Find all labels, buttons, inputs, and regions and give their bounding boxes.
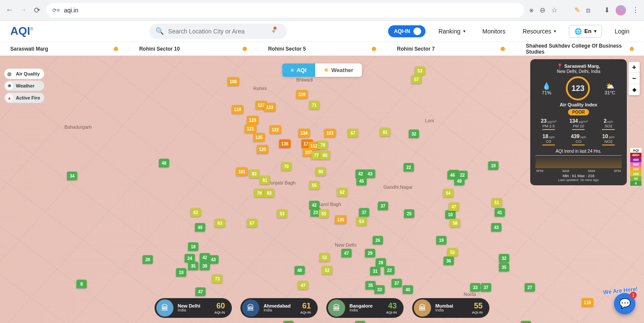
aqi-marker[interactable]: 119 <box>232 105 243 114</box>
aqi-marker[interactable]: 123 <box>247 116 258 124</box>
aqi-marker[interactable]: 101 <box>236 167 248 176</box>
zoom-in-button[interactable]: + <box>629 62 640 73</box>
aqi-marker[interactable]: 31 <box>370 267 380 275</box>
aqi-marker[interactable]: 35 <box>499 263 509 272</box>
aqi-marker[interactable]: 123 <box>264 103 276 112</box>
aqi-unit-toggle[interactable]: AQI-IN <box>388 25 425 37</box>
layer-active-fire[interactable]: ▲Active Fire <box>4 93 44 103</box>
aqi-marker[interactable]: 103 <box>324 129 336 137</box>
location-chip[interactable]: Shaheed Sukhdev College Of Business Stud… <box>516 43 644 55</box>
aqi-marker[interactable]: 27 <box>525 283 535 292</box>
profile-avatar[interactable] <box>616 5 626 15</box>
aqi-marker[interactable]: 29 <box>521 321 531 323</box>
aqi-marker[interactable]: 73 <box>212 275 222 283</box>
search-input[interactable] <box>168 28 273 35</box>
location-icon[interactable]: ⎈ <box>529 6 534 14</box>
download-icon[interactable]: ⬇ <box>604 6 610 14</box>
aqi-marker[interactable]: 8 <box>76 280 87 288</box>
layer-air-quality[interactable]: ◎Air Quality <box>4 69 44 79</box>
city-card[interactable]: 🏛New DelhiIndia60AQI-IN <box>155 298 232 318</box>
aqi-marker[interactable]: 49 <box>195 223 205 232</box>
aqi-marker[interactable]: 34 <box>67 172 77 180</box>
aqi-marker[interactable]: 83 <box>249 169 259 178</box>
aqi-marker[interactable]: 121 <box>245 124 256 133</box>
aqi-marker[interactable]: 36 <box>444 257 454 265</box>
chat-button[interactable]: 💬1 <box>614 293 635 314</box>
aqi-marker[interactable]: 37 <box>392 279 402 287</box>
map[interactable]: BahadurgarhNew DelhiNoidaRohiniLoniKarol… <box>0 56 644 323</box>
aqi-marker[interactable]: 37 <box>359 208 369 217</box>
aqi-marker[interactable]: 134 <box>298 129 310 137</box>
aqi-marker[interactable]: 51 <box>492 198 502 207</box>
aqi-marker[interactable]: 71 <box>309 101 319 109</box>
aqi-marker[interactable]: 79 <box>254 189 264 197</box>
location-chip[interactable]: Saraswati Marg <box>0 46 129 52</box>
aqi-marker[interactable]: 40 <box>403 285 413 294</box>
aqi-marker[interactable]: 138 <box>279 139 291 148</box>
mode-weather[interactable]: ☀Weather <box>315 63 362 77</box>
location-chip[interactable]: Rohini Sector 7 <box>387 46 516 52</box>
site-logo[interactable]: AQI® <box>10 24 33 38</box>
aqi-marker[interactable]: 41 <box>495 208 505 217</box>
aqi-marker[interactable]: 39 <box>200 262 210 270</box>
aqi-marker[interactable]: 135 <box>253 133 265 142</box>
aqi-marker[interactable]: 54 <box>443 189 453 197</box>
aqi-marker[interactable]: 67 <box>247 219 257 227</box>
reload-button[interactable]: ⟳ <box>33 6 41 15</box>
zoom-out-button[interactable]: − <box>629 73 640 84</box>
aqi-marker[interactable]: 80 <box>320 151 330 160</box>
aqi-marker[interactable]: 47 <box>298 281 308 290</box>
layer-weather[interactable]: ☀Weather <box>4 81 44 91</box>
city-card[interactable]: 🏛MumbaiIndia55AQI-IN <box>412 298 489 318</box>
aqi-marker[interactable]: 52 <box>447 248 458 257</box>
aqi-marker[interactable]: 83 <box>264 189 274 197</box>
address-bar[interactable]: ⟳≡ aqi.in <box>46 3 524 18</box>
bookmark-icon[interactable]: ☆ <box>551 6 557 14</box>
aqi-marker[interactable]: 108 <box>228 77 239 86</box>
aqi-marker[interactable]: 26 <box>373 236 383 245</box>
zoom-icon[interactable]: ⊖ <box>540 6 545 14</box>
nav-monitors[interactable]: Monitors <box>478 28 510 35</box>
aqi-marker[interactable]: 109 <box>296 90 308 99</box>
aqi-marker[interactable]: 52 <box>322 266 332 275</box>
location-chip[interactable]: Rohini Sector 5 <box>258 46 386 52</box>
aqi-marker[interactable]: 33 <box>374 285 385 294</box>
extension-icon[interactable]: ✎ <box>574 6 580 14</box>
search-bar[interactable]: 🔍 ⌖ <box>149 24 287 39</box>
aqi-marker[interactable]: 55 <box>319 209 329 218</box>
nav-login[interactable]: Login <box>611 28 634 35</box>
location-chip[interactable]: Rohini Sector 10 <box>129 46 258 52</box>
aqi-marker[interactable]: 53 <box>277 209 287 218</box>
aqi-marker[interactable]: 48 <box>295 266 305 275</box>
aqi-marker[interactable]: 29 <box>365 249 375 257</box>
aqi-marker[interactable]: 22 <box>384 266 395 275</box>
aqi-marker[interactable]: 120 <box>257 145 268 154</box>
aqi-marker[interactable]: 70 <box>281 162 292 171</box>
aqi-marker[interactable]: 43 <box>491 223 501 232</box>
recenter-button[interactable]: ◈ <box>629 84 640 95</box>
aqi-marker[interactable]: 81 <box>260 176 270 184</box>
aqi-marker[interactable]: 78 <box>318 141 328 149</box>
aqi-marker[interactable]: 35 <box>188 262 198 270</box>
nav-resources[interactable]: Resources <box>518 28 560 35</box>
menu-icon[interactable]: ⋮ <box>632 6 639 14</box>
aqi-marker[interactable]: 37 <box>378 202 388 210</box>
aqi-marker[interactable]: 52 <box>319 253 330 262</box>
aqi-marker[interactable]: 49 <box>454 177 465 185</box>
aqi-marker[interactable]: 19 <box>488 161 498 170</box>
aqi-marker[interactable]: 25 <box>404 209 414 218</box>
aqi-marker[interactable]: 33 <box>470 283 480 292</box>
aqi-marker[interactable]: 90 <box>316 167 326 176</box>
aqi-marker[interactable]: 47 <box>341 249 352 257</box>
aqi-marker[interactable]: 58 <box>450 219 460 227</box>
aqi-marker[interactable]: 62 <box>191 208 201 217</box>
aqi-marker[interactable]: 63 <box>215 219 225 227</box>
aqi-marker[interactable]: 57 <box>411 75 422 84</box>
aqi-marker[interactable]: 55 <box>309 181 319 190</box>
aqi-marker[interactable]: 42 <box>355 321 365 323</box>
aqi-marker[interactable]: 28 <box>143 255 153 264</box>
aqi-marker[interactable]: 32 <box>499 254 509 263</box>
aqi-marker[interactable]: 43 <box>365 169 375 178</box>
aqi-marker[interactable]: 45 <box>356 177 367 185</box>
aqi-marker[interactable]: 81 <box>380 128 390 136</box>
